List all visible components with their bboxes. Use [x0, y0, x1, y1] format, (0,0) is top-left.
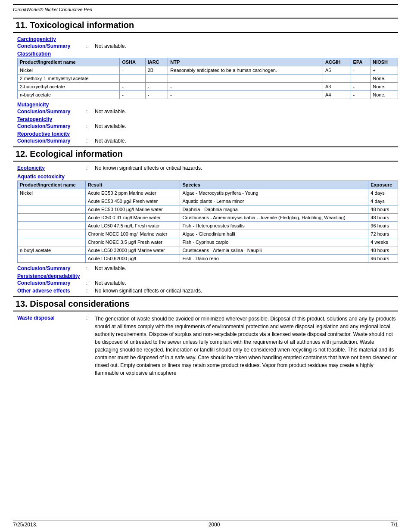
mutagenicity-link[interactable]: Mutagenicity	[17, 102, 398, 108]
document-header: CircuitWorks® Nickel Conductive Pen	[13, 4, 398, 14]
cell-exposure: 96 hours	[368, 222, 398, 230]
cell-result: Acute LC50 32000 µg/l Marine water	[85, 246, 180, 255]
aquatic-col-exposure: Exposure	[368, 181, 398, 189]
teratogenicity-conclusion-label: Conclusion/Summary	[17, 123, 86, 129]
table-row: 2-butoxyethyl acetate - - - A3 - None.	[18, 83, 398, 91]
cell-ntp: -	[168, 75, 323, 83]
carcinogenicity-link[interactable]: Carcinogenicity	[17, 36, 398, 42]
reproductive-conclusion-row: Conclusion/Summary : Not available.	[17, 138, 398, 144]
aquatic-table-header-row: Product/ingredient name Result Species E…	[18, 181, 398, 189]
table-row: 2-methoxy-1-methylethyl acetate - - - - …	[18, 75, 398, 83]
cell-ntp: -	[168, 91, 323, 99]
aquatic-col-result: Result	[85, 181, 180, 189]
cell-species: Fish - Heteropneustes fossilis	[180, 222, 368, 230]
cell-epa: -	[351, 83, 371, 91]
cell-exposure: 4 days	[368, 189, 398, 197]
cell-acgih: A5	[323, 66, 351, 75]
cell-product-name	[18, 197, 86, 205]
col-acgih: ACGIH	[323, 58, 351, 66]
cell-species: Aquatic plants - Lemna minor	[180, 197, 368, 205]
aquatic-ecotoxicity-link[interactable]: Aquatic ecotoxicity	[17, 174, 398, 180]
table-row: Chronic NOEC 3.5 µg/l Fresh water Fish -…	[18, 238, 398, 246]
cell-product-name	[18, 230, 86, 238]
table-row: Acute EC50 1000 µg/l Marine water Daphni…	[18, 205, 398, 214]
cell-product-name: 2-butoxyethyl acetate	[18, 83, 120, 91]
cell-acgih: A4	[323, 91, 351, 99]
cell-ntp: -	[168, 83, 323, 91]
reproductive-conclusion-value: Not available.	[95, 138, 398, 144]
table-row: Nickel - 2B Reasonably anticipated to be…	[18, 66, 398, 75]
ecotoxicity-row: Ecotoxicity : No known significant effec…	[17, 165, 398, 172]
cell-niosh: None.	[371, 91, 398, 99]
ecology-conclusion-value: Not available.	[95, 265, 398, 271]
cell-iarc: 2B	[145, 66, 168, 75]
mutagenicity-conclusion-row: Conclusion/Summary : Not available.	[17, 109, 398, 115]
waste-disposal-row: Waste disposal : The generation of waste…	[17, 315, 398, 377]
ecotoxicity-link[interactable]: Ecotoxicity	[17, 165, 86, 171]
cell-epa: -	[351, 66, 371, 75]
section-12: 12. Ecological information Ecotoxicity :…	[13, 146, 398, 294]
col-niosh: NIOSH	[371, 58, 398, 66]
cell-product-name: n-butyl acetate	[18, 91, 120, 99]
cell-species: Crustaceans - Americamysis bahia - Juven…	[180, 214, 368, 222]
cell-product-name: Nickel	[18, 189, 86, 197]
cell-species: Algae - Macrocystis pyrifera - Young	[180, 189, 368, 197]
col-osha: OSHA	[120, 58, 145, 66]
section-11: 11. Toxicological information Carcinogen…	[13, 18, 398, 144]
carcinogenicity-conclusion-row: Conclusion/Summary : Not available.	[17, 43, 398, 49]
cell-ntp: Reasonably anticipated to be a human car…	[168, 66, 323, 75]
reproductive-conclusion-label: Conclusion/Summary	[17, 138, 86, 144]
col-iarc: IARC	[145, 58, 168, 66]
cell-exposure: 4 days	[368, 197, 398, 205]
cell-result: Acute IC50 0.31 mg/l Marine water	[85, 214, 180, 222]
cell-species: Daphnia - Daphnia magna	[180, 205, 368, 214]
cell-product-name: n-butyl acetate	[18, 246, 86, 255]
ecology-conclusion-row: Conclusion/Summary : Not available.	[17, 265, 398, 271]
teratogenicity-conclusion-row: Conclusion/Summary : Not available.	[17, 123, 398, 129]
cell-species: Crustaceans - Artemia salina - Nauplii	[180, 246, 368, 255]
footer-date: 7/25/2013.	[13, 522, 37, 528]
table-row: Acute IC50 0.31 mg/l Marine water Crusta…	[18, 214, 398, 222]
classification-link[interactable]: Classification	[17, 51, 398, 57]
table-row: n-butyl acetate Acute LC50 32000 µg/l Ma…	[18, 246, 398, 255]
cell-osha: -	[120, 91, 145, 99]
col-epa: EPA	[351, 58, 371, 66]
cell-osha: -	[120, 66, 145, 75]
cell-osha: -	[120, 83, 145, 91]
persistence-link[interactable]: Persistence/degradability	[17, 273, 398, 279]
cell-exposure: 48 hours	[368, 205, 398, 214]
ecotoxicity-value: No known significant effects or critical…	[95, 165, 398, 172]
classification-table-header-row: Product/ingredient name OSHA IARC NTP AC…	[18, 58, 398, 66]
table-row: Chronic NOEC 100 mg/l Marine water Algae…	[18, 230, 398, 238]
section-13: 13. Disposal considerations Waste dispos…	[13, 296, 398, 377]
cell-epa: -	[351, 91, 371, 99]
waste-disposal-value: The generation of waste should be avoide…	[95, 315, 398, 377]
cell-exposure: 96 hours	[368, 255, 398, 263]
other-adverse-label: Other adverse effects	[17, 288, 86, 294]
mutagenicity-conclusion-value: Not available.	[95, 109, 398, 115]
document-title: CircuitWorks® Nickel Conductive Pen	[13, 7, 92, 12]
cell-acgih: -	[323, 75, 351, 83]
cell-exposure: 4 weeks	[368, 238, 398, 246]
cell-result: Acute EC50 1000 µg/l Marine water	[85, 205, 180, 214]
cell-result: Acute LC50 47.5 ng/L Fresh water	[85, 222, 180, 230]
table-row: Acute EC50 450 µg/l Fresh water Aquatic …	[18, 197, 398, 205]
cell-result: Acute LC50 62000 µg/l	[85, 255, 180, 263]
section-12-title: 12. Ecological information	[13, 146, 398, 162]
other-adverse-row: Other adverse effects : No known signifi…	[17, 288, 398, 294]
page-footer: 7/25/2013. 2000 7/1	[13, 520, 398, 528]
cell-species: Fish - Cyprinus carpio	[180, 238, 368, 246]
cell-exposure: 72 hours	[368, 230, 398, 238]
cell-iarc: -	[145, 75, 168, 83]
table-row: n-butyl acetate - - - A4 - None.	[18, 91, 398, 99]
cell-niosh: None.	[371, 75, 398, 83]
cell-osha: -	[120, 75, 145, 83]
teratogenicity-conclusion-value: Not available.	[95, 123, 398, 129]
cell-product-name	[18, 222, 86, 230]
mutagenicity-conclusion-label: Conclusion/Summary	[17, 109, 86, 115]
cell-product-name	[18, 205, 86, 214]
reproductive-link[interactable]: Reproductive toxicity	[17, 131, 398, 137]
page-wrapper: CircuitWorks® Nickel Conductive Pen 11. …	[0, 0, 411, 532]
footer-page: 7/1	[391, 522, 398, 528]
teratogenicity-link[interactable]: Teratogenicity	[17, 116, 398, 122]
